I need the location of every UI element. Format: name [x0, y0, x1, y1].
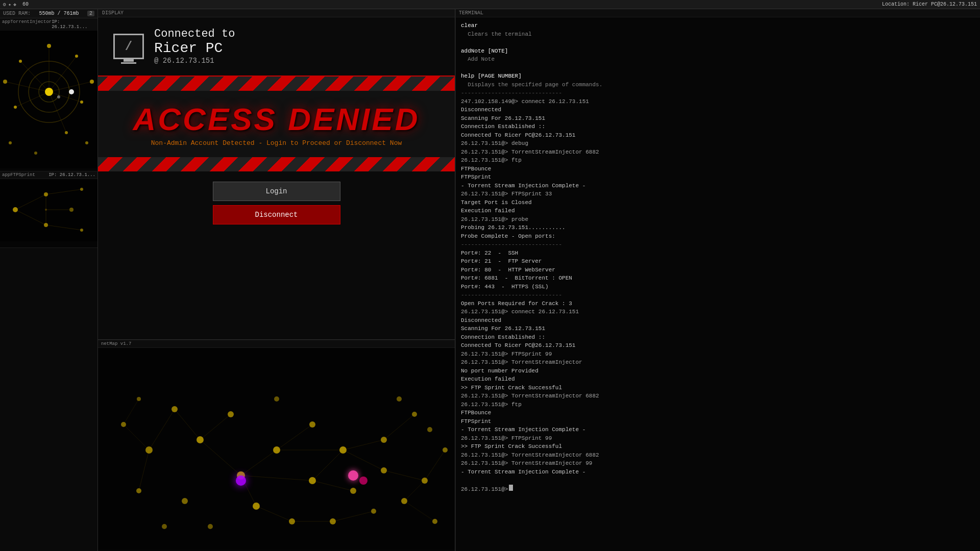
- terminal-line: Connected To Ricer PC@26.12.73.151: [461, 341, 975, 350]
- svg-line-25: [15, 194, 46, 210]
- terminal-line: Disconnected: [461, 106, 975, 114]
- icon-2: ✦: [8, 2, 11, 8]
- svg-line-3: [15, 92, 49, 107]
- terminal-separator: ------------------------------: [461, 240, 975, 249]
- terminal-line: Add Note: [461, 55, 975, 64]
- terminal-panel[interactable]: TERMINAL clear Clears the terminaladdNot…: [455, 9, 980, 551]
- terminal-line: Connection Established ::: [461, 333, 975, 342]
- svg-line-51: [384, 470, 425, 481]
- terminal-line: FTPBounce: [461, 165, 975, 173]
- svg-point-86: [182, 498, 188, 504]
- svg-line-26: [15, 210, 46, 225]
- svg-line-39: [241, 450, 277, 475]
- svg-line-55: [256, 506, 292, 521]
- svg-point-37: [45, 209, 47, 211]
- svg-point-15: [14, 106, 17, 109]
- svg-point-13: [75, 55, 78, 58]
- terminal-line: Clears the terminal: [461, 30, 975, 39]
- terminal-line: FTPSprint: [461, 417, 975, 426]
- terminal-input-line[interactable]: 26.12.73.151@>: [461, 485, 975, 494]
- svg-point-94: [236, 475, 246, 486]
- terminal-prompt-line: 26.12.73.151@> FTPSprint 99: [461, 434, 975, 443]
- svg-line-59: [124, 399, 139, 424]
- svg-point-69: [309, 421, 315, 428]
- terminal-content[interactable]: clear Clears the terminaladdNote [NOTE] …: [456, 17, 980, 549]
- svg-point-23: [69, 89, 74, 94]
- hazard-stripe-bottom: [98, 157, 455, 171]
- terminal-prompt-line: 26.12.73.151@> debug: [461, 139, 975, 148]
- terminal-header: TERMINAL: [456, 9, 980, 17]
- terminal-prompt-line: 26.12.73.151@> TorrentStreamInjector 99: [461, 459, 975, 468]
- terminal-prompt-line: 26.12.73.151@> connect 26.12.73.151: [461, 308, 975, 316]
- ftp-panel-ip: IP: 26.12.73.1...: [48, 172, 95, 178]
- login-button[interactable]: Login: [213, 182, 340, 201]
- svg-line-49: [343, 450, 384, 470]
- terminal-line: Port#: 80 - HTTP WebServer: [461, 266, 975, 274]
- terminal-line: - Torrent Stream Injection Complete -: [461, 425, 975, 434]
- svg-line-54: [139, 450, 149, 491]
- terminal-line: Probe Complete - Open ports:: [461, 232, 975, 241]
- svg-point-78: [136, 488, 141, 493]
- location-label: Location: Ricer PC@26.12.73.151: [882, 2, 977, 7]
- terminal-line: >> FTP Sprint Crack Successful: [461, 384, 975, 392]
- svg-point-31: [44, 192, 48, 196]
- svg-point-66: [253, 503, 260, 510]
- access-denied-text: ACCESS DENIED: [98, 101, 455, 137]
- terminal-line: Execution failed: [461, 207, 975, 215]
- ram-value: 550mb / 761mb: [39, 11, 79, 16]
- terminal-line: FTPBounce: [461, 409, 975, 417]
- torrent-panel-ip: IP: 26.12.73.1...: [52, 19, 95, 30]
- svg-point-75: [422, 478, 428, 484]
- svg-point-20: [85, 141, 88, 144]
- target-ip: 26.12.73.151: [163, 57, 214, 65]
- svg-line-60: [404, 481, 425, 501]
- terminal-prompt-line: 26.12.73.151@> FTPSprint 33: [461, 190, 975, 198]
- svg-point-74: [412, 412, 417, 417]
- terminal-line: Scanning For 26.12.73.151: [461, 114, 975, 123]
- svg-point-21: [9, 141, 12, 144]
- svg-point-84: [401, 498, 407, 504]
- svg-point-18: [3, 80, 7, 84]
- monitor-icon: /: [113, 34, 144, 59]
- svg-point-63: [197, 436, 204, 443]
- main-display: DISPLAY / Connected to Ricer PC @ 26.12.…: [98, 9, 455, 340]
- terminal-line: Port#: 22 - SSH: [461, 249, 975, 258]
- terminal-cursor: [509, 485, 513, 491]
- target-at: @: [154, 57, 158, 65]
- svg-point-81: [289, 518, 295, 524]
- disconnect-button[interactable]: Disconnect: [213, 205, 340, 224]
- svg-point-12: [19, 60, 22, 63]
- terminal-line: Connected To Ricer PC@26.12.73.151: [461, 131, 975, 140]
- svg-point-17: [90, 80, 94, 84]
- map-header: netMap v1.7: [98, 340, 455, 348]
- connected-text: Connected to Ricer PC @ 26.12.73.151: [154, 28, 235, 65]
- svg-line-38: [200, 440, 241, 475]
- terminal-line: addNote [NOTE]: [461, 47, 975, 56]
- svg-point-87: [208, 524, 213, 529]
- svg-point-92: [348, 470, 358, 481]
- action-buttons: Login Disconnect: [98, 171, 455, 235]
- terminal-separator: ------------------------------: [461, 291, 975, 299]
- terminal-prompt-line: 26.12.73.151@> TorrentStreamInjector 688…: [461, 451, 975, 460]
- svg-point-24: [57, 95, 60, 98]
- terminal-prompt-line: 26.12.73.151@> ftp: [461, 156, 975, 165]
- svg-point-22: [34, 152, 37, 155]
- svg-point-82: [330, 518, 336, 524]
- connected-label: Connected to: [154, 28, 235, 40]
- svg-point-64: [273, 446, 280, 454]
- terminal-line: Displays the specified page of commands.: [461, 81, 975, 89]
- terminal-line: >> FTP Sprint Crack Successful: [461, 442, 975, 451]
- svg-line-42: [175, 409, 200, 440]
- svg-point-89: [274, 396, 279, 402]
- map-panel: netMap v1.7: [98, 340, 455, 551]
- hazard-stripe-top: [98, 77, 455, 91]
- svg-point-19: [65, 131, 68, 134]
- ftp-panel-header: appFTPSprint IP: 26.12.73.1...: [0, 171, 97, 179]
- svg-line-53: [149, 409, 175, 450]
- svg-point-91: [427, 427, 432, 432]
- torrent-panel-name: appTorrentInjector: [2, 19, 52, 30]
- svg-line-6: [5, 82, 49, 92]
- map-visualization: [98, 348, 455, 549]
- svg-line-47: [312, 450, 343, 481]
- svg-point-73: [381, 467, 387, 473]
